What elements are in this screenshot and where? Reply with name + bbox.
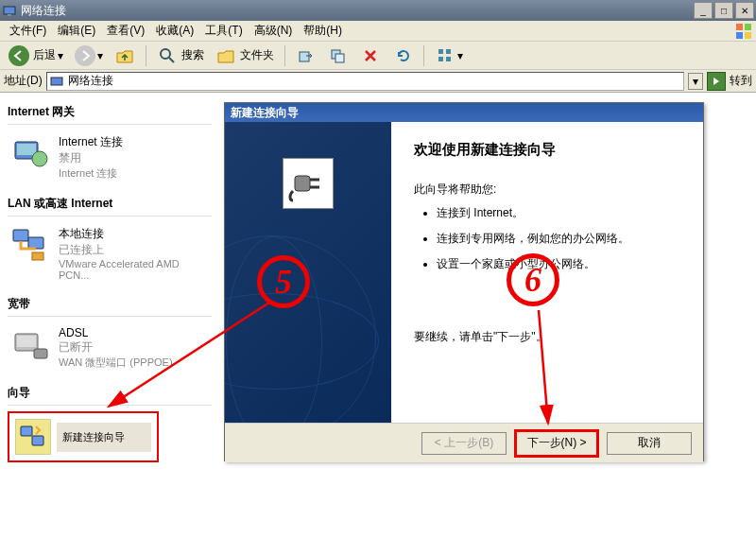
back-label: 后退: [33, 47, 56, 63]
dialog-heading: 欢迎使用新建连接向导: [414, 141, 680, 159]
dropdown-icon: ▾: [97, 49, 103, 62]
internet-connection-icon: [9, 134, 51, 172]
dialog-content: 欢迎使用新建连接向导 此向导将帮助您: 连接到 Internet。 连接到专用网…: [391, 122, 703, 423]
menu-edit[interactable]: 编辑(E): [52, 21, 101, 41]
svg-rect-26: [295, 176, 310, 191]
item-adsl[interactable]: ADSL 已断开 WAN 微型端口 (PPPOE): [8, 322, 212, 373]
delete-icon: [360, 45, 381, 66]
svg-rect-13: [446, 57, 451, 61]
minimize-button[interactable]: _: [694, 2, 713, 19]
svg-rect-25: [32, 436, 43, 445]
bullet-item: 连接到专用网络，例如您的办公网络。: [437, 231, 680, 247]
menu-favorites[interactable]: 收藏(A): [150, 21, 199, 41]
svg-rect-4: [736, 32, 743, 39]
svg-rect-3: [745, 24, 751, 30]
bullet-item: 连接到 Internet。: [437, 205, 680, 221]
go-button[interactable]: [707, 72, 726, 91]
window-titlebar: 网络连接 _ □ ✕: [0, 0, 756, 21]
dialog-continue-text: 要继续，请单击"下一步"。: [414, 329, 680, 345]
svg-rect-22: [17, 336, 36, 347]
connection-name: 本地连接: [59, 226, 210, 242]
undo-button[interactable]: [387, 43, 418, 69]
folders-label: 文件夹: [240, 47, 274, 63]
dialog-sidebar: [225, 122, 391, 423]
forward-icon: [75, 45, 95, 66]
search-icon: [157, 45, 178, 66]
section-internet-gateway: Internet 网关: [8, 100, 212, 125]
copy-to-button[interactable]: [323, 43, 353, 69]
svg-rect-7: [300, 52, 309, 61]
connection-status: 已断开: [59, 339, 173, 356]
views-icon: [435, 45, 455, 66]
connection-status: 禁用: [59, 150, 123, 166]
svg-rect-5: [745, 32, 751, 39]
menu-bar: 文件(F) 编辑(E) 查看(V) 收藏(A) 工具(T) 高级(N) 帮助(H…: [0, 21, 756, 42]
up-button[interactable]: [110, 43, 140, 69]
undo-icon: [392, 45, 413, 66]
windows-logo-icon: [735, 23, 752, 40]
svg-point-6: [161, 49, 170, 59]
copy-to-icon: [328, 45, 349, 66]
network-plug-icon: [283, 158, 334, 209]
toolbar: 后退 ▾ ▾ 搜索 文件夹 ▾: [0, 42, 756, 70]
svg-rect-9: [335, 54, 344, 62]
svg-rect-23: [34, 349, 47, 358]
cancel-button[interactable]: 取消: [607, 432, 692, 455]
menu-advanced[interactable]: 高级(N): [249, 21, 299, 41]
connection-detail: VMware Accelerated AMD PCN...: [59, 258, 210, 281]
menu-file[interactable]: 文件(F): [4, 21, 52, 41]
next-button[interactable]: 下一步(N) >: [514, 429, 599, 458]
svg-rect-1: [8, 14, 11, 16]
move-to-button[interactable]: [291, 43, 321, 69]
back-icon: [9, 45, 29, 66]
folder-up-icon: [114, 45, 135, 66]
menu-view[interactable]: 查看(V): [101, 21, 150, 41]
wizard-label: 新建连接向导: [57, 423, 151, 452]
search-button[interactable]: 搜索: [152, 43, 209, 69]
go-label: 转到: [730, 73, 752, 89]
item-internet-connection[interactable]: Internet 连接 禁用 Internet 连接: [8, 130, 212, 184]
bullet-item: 设置一个家庭或小型办公网络。: [437, 256, 680, 272]
local-connection-icon: [9, 226, 51, 264]
svg-rect-14: [51, 78, 62, 85]
item-local-connection[interactable]: 本地连接 已连接上 VMware Accelerated AMD PCN...: [8, 222, 212, 285]
delete-button[interactable]: [355, 43, 386, 69]
app-icon: [2, 3, 17, 18]
svg-rect-12: [446, 49, 451, 54]
maximize-button[interactable]: □: [714, 2, 733, 19]
address-label: 地址(D): [4, 73, 43, 89]
svg-rect-20: [32, 252, 43, 260]
dialog-button-bar: < 上一步(B) 下一步(N) > 取消: [225, 423, 703, 462]
close-button[interactable]: ✕: [735, 2, 754, 19]
svg-rect-19: [28, 237, 43, 249]
menu-tools[interactable]: 工具(T): [199, 21, 248, 41]
dropdown-icon: ▾: [58, 49, 63, 62]
dropdown-icon: ▾: [457, 49, 463, 62]
svg-point-17: [32, 151, 47, 166]
window-title: 网络连接: [21, 3, 694, 19]
address-dropdown[interactable]: ▾: [688, 73, 703, 90]
svg-rect-24: [21, 426, 32, 436]
item-new-connection-wizard[interactable]: 新建连接向导: [8, 411, 159, 462]
network-connections-icon: [49, 74, 64, 89]
menu-help[interactable]: 帮助(H): [298, 21, 348, 41]
wizard-icon: [15, 419, 51, 455]
address-input[interactable]: 网络连接: [46, 72, 684, 91]
svg-rect-11: [438, 57, 443, 61]
section-lan: LAN 或高速 Internet: [8, 192, 212, 217]
views-button[interactable]: ▾: [430, 43, 468, 69]
connection-name: ADSL: [59, 326, 173, 339]
forward-button[interactable]: ▾: [70, 43, 108, 69]
svg-rect-10: [438, 49, 443, 54]
folders-button[interactable]: 文件夹: [211, 43, 279, 69]
back-button[interactable]: 后退 ▾: [4, 43, 68, 69]
folders-icon: [215, 45, 236, 66]
connection-name: Internet 连接: [59, 134, 123, 150]
address-value: 网络连接: [68, 73, 113, 89]
section-wizard: 向导: [8, 381, 212, 406]
svg-rect-16: [17, 144, 36, 155]
dialog-intro: 此向导将帮助您:: [414, 182, 680, 198]
svg-rect-18: [13, 230, 28, 241]
svg-rect-2: [736, 24, 743, 30]
search-label: 搜索: [181, 47, 204, 63]
